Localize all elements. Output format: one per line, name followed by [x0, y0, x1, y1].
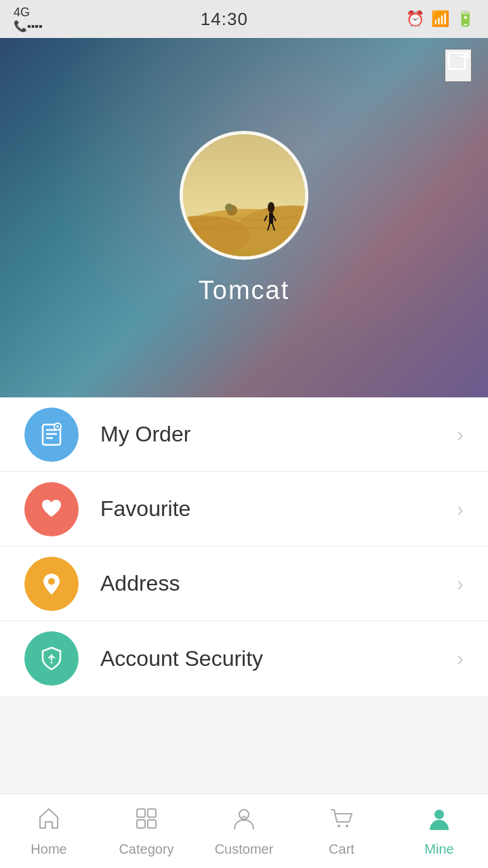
heart-icon [37, 495, 66, 524]
svg-point-31 [338, 825, 340, 827]
nav-customer-label: Customer [215, 842, 274, 857]
edit-profile-button[interactable] [445, 49, 472, 82]
username: Tomcat [199, 276, 289, 305]
nav-cart[interactable]: Cart [293, 794, 390, 868]
location-icon [37, 570, 66, 598]
cart-icon [329, 806, 354, 837]
bottom-nav: Home Category Customer [0, 793, 488, 868]
svg-point-23 [51, 662, 53, 664]
menu-item-favourite[interactable]: Favourite › [0, 472, 488, 547]
nav-cart-label: Cart [329, 842, 354, 857]
battery-icon: 🔋 [456, 10, 474, 28]
avatar [180, 131, 308, 260]
nav-home-label: Home [30, 842, 66, 857]
account-security-label: Account Security [100, 646, 457, 671]
clock-icon: ⏰ [406, 10, 424, 28]
favourite-chevron: › [457, 498, 464, 521]
nav-mine-label: Mine [424, 842, 453, 857]
status-icons: ⏰ 📶 🔋 [406, 10, 474, 28]
nav-category[interactable]: Category [98, 794, 195, 868]
my-order-icon-wrap [24, 408, 79, 462]
shield-icon [37, 644, 66, 673]
svg-rect-26 [148, 809, 156, 817]
address-icon-wrap [24, 557, 79, 611]
menu-item-address[interactable]: Address › [0, 547, 488, 621]
svg-point-7 [225, 203, 233, 212]
svg-rect-0 [449, 53, 465, 69]
signal-info: 4G 📞▪▪▪▪ [14, 5, 43, 33]
mine-icon [426, 806, 452, 837]
category-icon [134, 806, 159, 837]
profile-header: Tomcat [0, 38, 488, 397]
svg-point-21 [48, 578, 55, 585]
svg-rect-28 [148, 820, 156, 828]
svg-rect-25 [137, 809, 145, 817]
favourite-icon-wrap [24, 482, 79, 536]
svg-point-29 [239, 810, 249, 819]
menu-item-account-security[interactable]: Account Security › [0, 621, 488, 696]
address-chevron: › [457, 572, 464, 595]
svg-point-33 [434, 810, 444, 819]
my-order-label: My Order [100, 422, 457, 447]
wifi-icon: 📶 [431, 10, 449, 28]
svg-point-8 [268, 202, 274, 213]
customer-icon [231, 806, 257, 837]
account-security-chevron: › [457, 647, 464, 670]
home-icon [36, 806, 62, 837]
nav-home[interactable]: Home [0, 794, 98, 868]
favourite-label: Favourite [100, 496, 457, 521]
clock: 14:30 [201, 9, 248, 30]
menu-item-my-order[interactable]: My Order › [0, 397, 488, 472]
svg-point-32 [346, 825, 348, 827]
status-bar: 4G 📞▪▪▪▪ 14:30 ⏰ 📶 🔋 [0, 0, 488, 38]
address-label: Address [100, 571, 457, 596]
menu-list: My Order › Favourite › Address › [0, 397, 488, 696]
nav-category-label: Category [119, 842, 174, 857]
svg-rect-9 [269, 213, 273, 224]
nav-mine[interactable]: Mine [390, 794, 488, 868]
nav-customer[interactable]: Customer [195, 794, 293, 868]
account-security-icon-wrap [24, 631, 79, 686]
svg-rect-27 [137, 820, 145, 828]
my-order-chevron: › [457, 423, 464, 446]
order-icon [37, 420, 66, 449]
